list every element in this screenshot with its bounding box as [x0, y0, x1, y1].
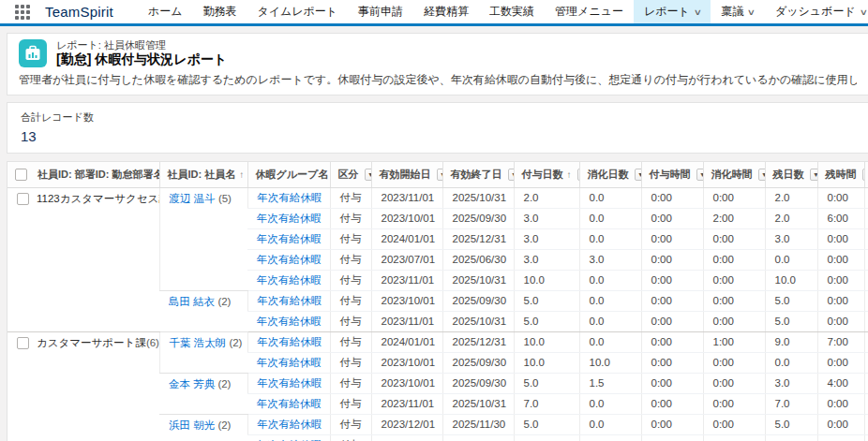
- column-menu-icon[interactable]: ▼: [810, 169, 818, 181]
- nav-item[interactable]: 管理メニュー: [545, 0, 634, 23]
- nav-item[interactable]: 経費精算: [413, 0, 479, 23]
- nav-item[interactable]: 事前申請: [348, 0, 413, 23]
- column-header[interactable]: 区分▼: [330, 162, 371, 187]
- column-header[interactable]: 残時間▼: [817, 162, 864, 187]
- leave-group-link[interactable]: 年次有給休暇: [257, 254, 322, 265]
- employee-name-link[interactable]: 渡辺 温斗: [170, 193, 218, 204]
- column-header[interactable]: 有効開始日▼: [371, 162, 442, 187]
- employee-cell: 渡辺 温斗 (5): [159, 187, 247, 290]
- column-menu-icon[interactable]: ▼: [437, 169, 443, 181]
- column-header[interactable]: 付与日数↑▼: [514, 162, 579, 187]
- granted-hours-cell: 0:00: [641, 373, 703, 393]
- type-cell: 付与: [330, 352, 371, 373]
- column-header[interactable]: 付与時間▼: [641, 162, 703, 187]
- employee-cell: 浜田 朝光 (2): [159, 414, 247, 441]
- note-cell: [864, 228, 868, 249]
- leave-group-link[interactable]: 年次有給休暇: [258, 377, 322, 389]
- granted-days-cell: 3.0: [514, 249, 579, 270]
- leave-group-link[interactable]: 年次有給休暇: [258, 336, 322, 347]
- granted-days-cell: 5.0: [514, 373, 579, 393]
- column-menu-icon[interactable]: ▼: [508, 169, 515, 181]
- leave-group-link[interactable]: 年次有給休暇: [257, 398, 322, 409]
- column-header[interactable]: 残日数▼: [765, 162, 817, 187]
- employee-name-link[interactable]: 浜田 朝光: [169, 419, 217, 431]
- row-checkbox[interactable]: [17, 337, 29, 349]
- leave-group-link[interactable]: 年次有給休暇: [257, 213, 322, 224]
- column-menu-icon[interactable]: ▼: [635, 169, 642, 181]
- column-header-label: 消化日数: [588, 168, 629, 182]
- column-header[interactable]: 休暇グループ名▼: [247, 162, 330, 187]
- leave-group-link[interactable]: 年次有給休暇: [258, 295, 322, 306]
- column-header[interactable]: 有効終了日▼: [442, 162, 514, 187]
- nav-item[interactable]: ダッシュボード∨: [765, 0, 868, 23]
- valid-end-cell: 2025/09/30: [442, 352, 514, 373]
- chevron-down-icon: ∨: [747, 7, 756, 17]
- select-all-checkbox[interactable]: [15, 169, 27, 181]
- note-cell: [864, 393, 868, 414]
- column-header[interactable]: 社員ID: 社員名↑▼: [159, 162, 247, 187]
- granted-hours-cell: 0:00: [641, 434, 703, 441]
- type-cell: 付与: [330, 414, 371, 434]
- leave-group-link[interactable]: 年次有給休暇: [258, 192, 322, 203]
- nav-item-label: ホーム: [148, 4, 183, 20]
- report-table: 社員ID: 部署ID: 勤怠部署名↑▼社員ID: 社員名↑▼休暇グループ名▼区分…: [7, 162, 868, 441]
- valid-end-cell: 2025/10/31: [442, 270, 514, 290]
- leave-group-link[interactable]: 年次有給休暇: [257, 316, 322, 327]
- leave-group-cell: 年次有給休暇: [247, 373, 330, 393]
- page-title: [勤怠] 休暇付与状況レポート: [56, 51, 227, 67]
- valid-end-cell: 2025/10/31: [442, 187, 514, 208]
- nav-item[interactable]: ホーム: [138, 0, 193, 23]
- app-launcher-icon[interactable]: [15, 5, 30, 20]
- leave-group-cell: 年次有給休暇: [247, 311, 330, 331]
- column-header[interactable]: 社員ID: 部署ID: 勤怠部署名↑▼: [7, 162, 159, 187]
- remaining-hours-cell: 0:00: [817, 290, 864, 311]
- remaining-days-cell: 2.0: [765, 187, 817, 208]
- granted-days-cell: 5.0: [514, 311, 579, 331]
- leave-group-link[interactable]: 年次有給休暇: [257, 357, 322, 368]
- employee-name-link[interactable]: 島田 結衣: [169, 296, 217, 307]
- table-row: 1123カスタマーサクセス課 (7)渡辺 温斗 (5)年次有給休暇付与2023/…: [7, 187, 868, 208]
- column-header-label: 区分: [338, 168, 359, 182]
- used-days-cell: 0.0: [579, 414, 641, 434]
- leave-group-link[interactable]: 年次有給休暇: [258, 419, 322, 430]
- column-menu-icon[interactable]: ▼: [758, 169, 766, 181]
- valid-start-cell: 2023/10/01: [371, 373, 442, 393]
- valid-start-cell: 2023/10/01: [371, 208, 442, 228]
- granted-days-cell: 10.0: [514, 352, 579, 373]
- remaining-days-cell: 5.0: [765, 311, 817, 331]
- remaining-days-cell: 3.0: [765, 228, 817, 249]
- sort-asc-icon: ↑: [567, 169, 572, 180]
- valid-start-cell: 2023/10/01: [371, 352, 442, 373]
- nav-item[interactable]: 稟議∨: [711, 0, 765, 23]
- used-hours-cell: 0:00: [703, 373, 765, 393]
- employee-cell: 金本 芳典 (2): [159, 373, 247, 414]
- nav-item[interactable]: タイムレポート: [247, 0, 348, 23]
- remaining-days-cell: 0.0: [765, 352, 817, 373]
- leave-group-link[interactable]: 年次有給休暇: [257, 233, 322, 244]
- column-menu-icon[interactable]: ▼: [696, 169, 704, 181]
- leave-group-cell: 年次有給休暇: [247, 270, 330, 290]
- granted-hours-cell: 0:00: [641, 290, 703, 311]
- nav-item[interactable]: 勤務表: [192, 0, 247, 23]
- leave-group-cell: 年次有給休暇: [247, 249, 330, 270]
- remaining-days-cell: 7.0: [765, 393, 817, 414]
- leave-group-link[interactable]: 年次有給休暇: [257, 274, 322, 286]
- column-header[interactable]: 消化時間▼: [703, 162, 765, 187]
- used-hours-cell: 4:00: [703, 434, 765, 441]
- nav-item-label: 稟議: [721, 4, 743, 20]
- granted-hours-cell: 0:00: [641, 331, 703, 352]
- nav-item[interactable]: 工数実績: [479, 0, 545, 23]
- employee-name-link[interactable]: 金本 芳典: [169, 378, 217, 390]
- column-menu-icon[interactable]: ▼: [365, 169, 372, 181]
- granted-days-cell: 3.0: [514, 228, 579, 249]
- column-header[interactable]: 説明▼: [864, 162, 868, 187]
- employee-name-link[interactable]: 千葉 浩太朗: [170, 337, 230, 348]
- used-days-cell: 0.0: [579, 228, 641, 249]
- employee-count: (2): [217, 378, 231, 390]
- column-header[interactable]: 消化日数▼: [579, 162, 641, 187]
- nav-item[interactable]: レポート∨: [634, 0, 711, 23]
- used-days-cell: 0.0: [579, 434, 641, 441]
- employee-cell: 千葉 浩太朗 (2): [159, 331, 247, 373]
- used-days-cell: 0.0: [579, 311, 641, 331]
- row-checkbox[interactable]: [17, 193, 29, 205]
